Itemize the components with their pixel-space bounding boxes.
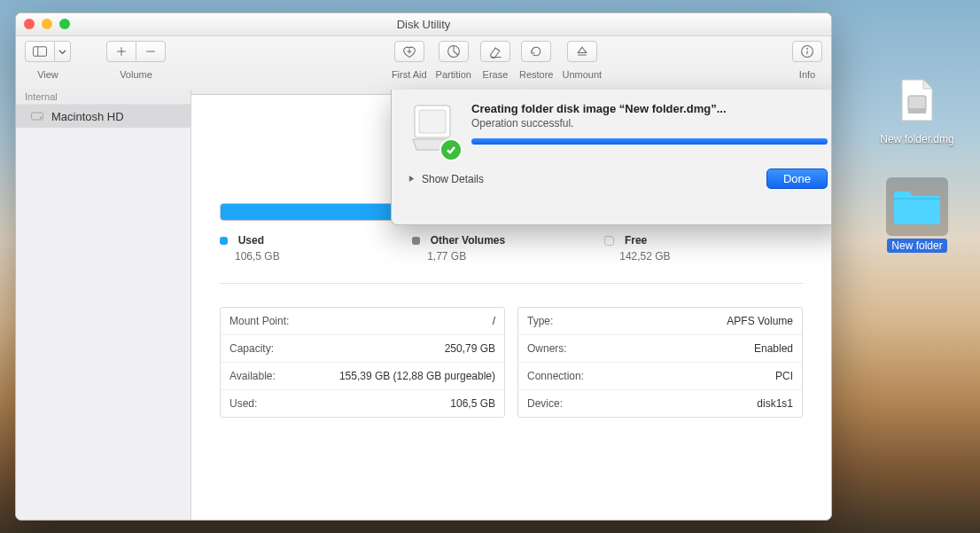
toolbar: View Volume: [16, 36, 831, 95]
svg-point-14: [40, 117, 42, 119]
svg-point-12: [807, 48, 808, 49]
legend-used-value: 106,5 GB: [235, 250, 412, 263]
main-panel: 250,79 GB SHARED BY 4 VOLUMES Used 106,5…: [191, 90, 831, 520]
info-val: 250,79 GB: [445, 342, 495, 355]
svg-rect-18: [908, 108, 926, 114]
sidebar-item-label: Macintosh HD: [51, 110, 124, 123]
info-val: APFS Volume: [727, 315, 793, 327]
legend-dot-other: [412, 237, 420, 245]
window-close-button[interactable]: [24, 19, 35, 29]
first-aid-button[interactable]: [394, 41, 424, 62]
restore-icon: [528, 44, 544, 59]
divider: [220, 283, 803, 284]
toolbar-volume-label: Volume: [120, 69, 152, 80]
chevron-down-icon: [58, 48, 66, 56]
done-button[interactable]: Done: [766, 169, 828, 189]
svg-rect-16: [419, 110, 446, 133]
view-button[interactable]: [25, 41, 55, 62]
dmg-file-icon: [898, 78, 936, 122]
info-table-left: Mount Point:/ Capacity:250,79 GB Availab…: [220, 307, 505, 418]
volume-add-button[interactable]: [106, 41, 136, 62]
info-icon: [799, 44, 815, 59]
info-val: /: [493, 315, 495, 327]
eject-icon: [574, 44, 590, 59]
sidebar-section-internal: Internal: [16, 90, 191, 105]
info-key: Capacity:: [229, 342, 274, 355]
restore-button[interactable]: [521, 41, 551, 62]
sidebar-item-macintosh-hd[interactable]: Macintosh HD: [16, 105, 191, 128]
erase-icon: [487, 44, 503, 59]
info-val: 106,5 GB: [450, 397, 495, 410]
success-badge-icon: [439, 138, 463, 161]
toolbar-erase-label: Erase: [483, 69, 509, 80]
toolbar-partition-label: Partition: [436, 69, 471, 80]
legend-dot-used: [220, 237, 228, 245]
first-aid-icon: [401, 44, 417, 59]
show-details-toggle[interactable]: Show Details: [408, 173, 484, 185]
legend-used-label: Used: [238, 234, 264, 247]
disk-utility-window: Disk Utility View: [15, 12, 832, 521]
legend-dot-free: [604, 236, 614, 246]
info-key: Mount Point:: [229, 315, 289, 327]
partition-button[interactable]: [439, 41, 469, 62]
sheet-subtitle: Operation successful.: [471, 117, 828, 129]
desktop-item-dmg-label: New folder.dmg: [880, 133, 953, 145]
folder-icon: [891, 186, 943, 227]
progress-sheet: Creating folder disk image “New folder.d…: [391, 90, 832, 225]
toolbar-info-label: Info: [799, 69, 815, 80]
window-minimize-button[interactable]: [42, 19, 52, 29]
info-val: disk1s1: [757, 397, 793, 410]
plus-icon: [113, 44, 129, 59]
toolbar-restore-label: Restore: [519, 69, 554, 80]
sidebar: Internal Macintosh HD: [16, 90, 191, 520]
info-val: Enabled: [754, 342, 793, 355]
desktop-item-dmg[interactable]: New folder.dmg: [877, 71, 957, 145]
sheet-title: Creating folder disk image “New folder.d…: [471, 102, 828, 115]
unmount-button[interactable]: [567, 41, 597, 62]
toolbar-view-label: View: [37, 69, 58, 80]
sidebar-layout-icon: [32, 44, 48, 59]
desktop-item-folder-label: New folder: [887, 239, 946, 253]
disclosure-triangle-icon: [408, 175, 416, 183]
erase-button[interactable]: [480, 41, 510, 62]
window-zoom-button[interactable]: [59, 19, 70, 29]
toolbar-unmount-label: Unmount: [563, 69, 603, 80]
window-title: Disk Utility: [397, 18, 451, 31]
drive-illustration: [408, 102, 457, 156]
info-key: Connection:: [527, 370, 584, 382]
legend-free-label: Free: [625, 234, 647, 247]
internal-disk-icon: [30, 109, 44, 123]
info-val: 155,39 GB (12,88 GB purgeable): [339, 370, 495, 382]
progress-bar: [471, 138, 828, 145]
info-table-right: Type:APFS Volume Owners:Enabled Connecti…: [517, 307, 803, 418]
toolbar-first-aid-label: First Aid: [392, 69, 427, 80]
info-button[interactable]: [792, 41, 822, 62]
info-key: Owners:: [527, 342, 567, 355]
partition-icon: [446, 44, 462, 59]
info-key: Used:: [229, 397, 257, 410]
info-key: Type:: [527, 315, 553, 327]
info-key: Device:: [527, 397, 563, 410]
legend-free-value: 142,52 GB: [619, 250, 797, 263]
titlebar: Disk Utility: [16, 13, 831, 36]
svg-rect-0: [34, 47, 47, 57]
info-key: Available:: [229, 370, 276, 382]
view-menu-button[interactable]: [55, 41, 71, 62]
show-details-label: Show Details: [422, 173, 484, 185]
legend-other-label: Other Volumes: [431, 234, 505, 247]
info-val: PCI: [775, 370, 793, 382]
svg-rect-13: [32, 113, 43, 120]
volume-remove-button[interactable]: [136, 41, 166, 62]
legend-other-value: 1,77 GB: [427, 250, 604, 263]
desktop-item-folder[interactable]: New folder: [877, 177, 957, 252]
minus-icon: [143, 44, 159, 59]
